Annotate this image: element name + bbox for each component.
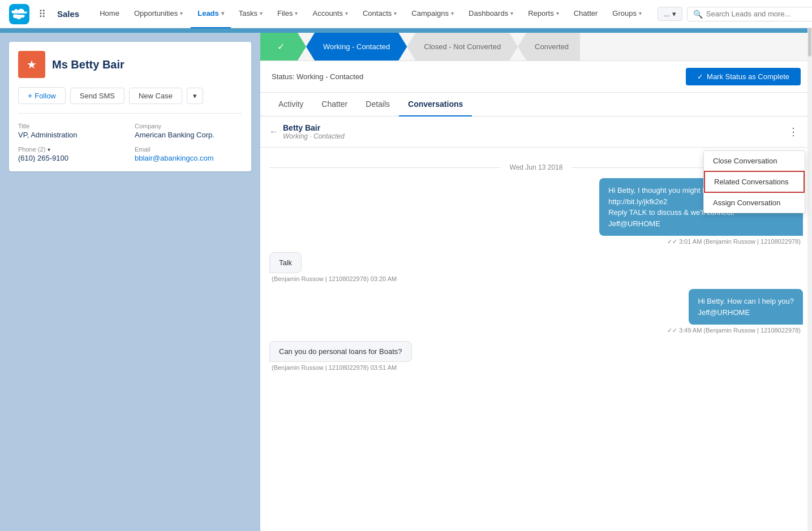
nav-item-files[interactable]: Files ▾: [270, 0, 304, 28]
phone-field: Phone (2) ▾ (610) 265-9100: [18, 146, 126, 162]
conversation-dropdown-menu: Close Conversation Related Conversations…: [703, 150, 805, 213]
status-step-converted[interactable]: Converted: [518, 33, 580, 61]
search-box: 🔍: [687, 7, 812, 21]
conv-contact-info: Betty Bair Working · Contacted: [283, 123, 345, 140]
message-inbound-1: Talk: [269, 252, 803, 273]
message-meta-2: (Benjamin Russow | 12108022978) 03:20 AM: [272, 275, 803, 282]
scrollbar[interactable]: [807, 33, 812, 531]
checkmarks-icon: ✓✓: [667, 238, 677, 245]
avatar: ★: [18, 51, 45, 78]
actions-dropdown-button[interactable]: ▾: [187, 88, 203, 104]
nav-items: Home Opportunities ▾ Leads ▾ Tasks ▾ Fil…: [93, 0, 648, 28]
tab-activity[interactable]: Activity: [269, 93, 312, 116]
nav-item-home[interactable]: Home: [93, 0, 126, 28]
contact-name: Ms Betty Bair: [52, 58, 124, 71]
mark-complete-label: Mark Status as Complete: [707, 72, 789, 81]
search-more-chevron-icon: ▾: [672, 10, 676, 18]
message-bubble-4: Can you do personal loans for Boats?: [269, 341, 412, 362]
checkmarks-icon-2: ✓✓: [667, 327, 677, 334]
nav-item-tasks[interactable]: Tasks ▾: [232, 0, 269, 28]
message-outbound-2: Hi Betty. How can I help you?Jeff@URHOME: [269, 289, 803, 325]
back-arrow-icon[interactable]: ←: [269, 127, 278, 137]
nav-item-leads[interactable]: Leads ▾: [191, 0, 231, 28]
nav-item-campaigns[interactable]: Campaigns ▾: [405, 0, 461, 28]
follow-button[interactable]: + Follow: [18, 87, 66, 104]
email-value[interactable]: bblair@abankingco.com: [135, 154, 242, 162]
message-bubble-2: Talk: [269, 252, 302, 273]
mark-complete-button[interactable]: ✓ Mark Status as Complete: [686, 68, 801, 85]
salesforce-logo[interactable]: [9, 4, 29, 24]
nav-item-accounts[interactable]: Accounts ▾: [306, 0, 354, 28]
status-text: Status: Working - Contacted: [272, 72, 363, 81]
phone-dropdown-icon[interactable]: ▾: [48, 146, 50, 153]
email-label: Email: [135, 146, 242, 153]
company-label: Company: [135, 123, 242, 129]
follow-label: Follow: [35, 92, 56, 100]
nav-item-contacts[interactable]: Contacts ▾: [356, 0, 403, 28]
contact-card: ★ Ms Betty Bair + Follow Send SMS New Ca…: [9, 42, 251, 171]
message-meta-3: ✓✓ 3:49 AM (Benjamin Russow | 1210802297…: [269, 327, 801, 334]
left-panel: ★ Ms Betty Bair + Follow Send SMS New Ca…: [0, 33, 260, 531]
related-conversations-item[interactable]: Related Conversations: [704, 171, 805, 193]
mark-complete-check-icon: ✓: [697, 72, 703, 81]
search-more-label: ...: [664, 10, 670, 18]
scrollbar-thumb[interactable]: [808, 33, 811, 57]
top-navigation: ⠿ Sales Home Opportunities ▾ Leads ▾ Tas…: [0, 0, 812, 28]
new-case-button[interactable]: New Case: [129, 88, 182, 104]
title-label: Title: [18, 123, 126, 129]
status-info-bar: Status: Working - Contacted ✓ Mark Statu…: [260, 61, 812, 93]
message-meta-4: (Benjamin Russow | 12108022978) 03:51 AM: [272, 364, 803, 371]
nav-item-reports[interactable]: Reports ▾: [521, 0, 566, 28]
message-meta-1: ✓✓ 3:01 AM (Benjamin Russow | 1210802297…: [269, 238, 801, 245]
status-bar: ✓ Working - Contacted Closed - Not Conve…: [260, 33, 812, 61]
conversation-options-button[interactable]: ⋮: [784, 123, 803, 140]
teal-banner: [0, 28, 812, 33]
title-value: VP, Administration: [18, 131, 126, 139]
status-step-completed[interactable]: ✓: [260, 33, 306, 61]
company-value: American Banking Corp.: [135, 131, 242, 139]
phone-value: (610) 265-9100: [18, 154, 126, 162]
status-closed-label: Closed - Not Converted: [424, 42, 501, 51]
status-working-label: Working - Contacted: [323, 42, 390, 51]
grid-icon[interactable]: ⠿: [38, 8, 46, 20]
status-converted-label: Converted: [535, 42, 569, 51]
status-step-closed[interactable]: Closed - Not Converted: [407, 33, 518, 61]
search-icon: 🔍: [693, 10, 703, 19]
nav-item-opportunities[interactable]: Opportunities ▾: [127, 0, 190, 28]
conv-header-left: ← Betty Bair Working · Contacted: [269, 123, 345, 140]
company-field: Company American Banking Corp.: [135, 123, 242, 139]
conversation-header: ← Betty Bair Working · Contacted ⋮: [260, 116, 812, 148]
message-bubble-3: Hi Betty. How can I help you?Jeff@URHOME: [689, 289, 803, 325]
search-container: ... ▾ 🔍: [658, 7, 812, 21]
contact-fields: Title VP, Administration Company America…: [18, 123, 242, 162]
search-more-button[interactable]: ... ▾: [658, 7, 682, 21]
conversation-panel: ← Betty Bair Working · Contacted ⋮ Close…: [260, 116, 812, 531]
tab-conversations[interactable]: Conversations: [399, 93, 472, 116]
nav-item-chatter[interactable]: Chatter: [567, 0, 605, 28]
phone-label: Phone (2) ▾: [18, 146, 126, 153]
send-sms-button[interactable]: Send SMS: [70, 88, 124, 104]
tab-chatter[interactable]: Chatter: [312, 93, 356, 116]
plus-icon: +: [28, 91, 32, 100]
nav-item-dashboards[interactable]: Dashboards ▾: [462, 0, 520, 28]
main-layout: ★ Ms Betty Bair + Follow Send SMS New Ca…: [0, 33, 812, 531]
conv-contact-status: Working · Contacted: [283, 132, 345, 140]
right-panel: ✓ Working - Contacted Closed - Not Conve…: [260, 33, 812, 531]
assign-conversation-item[interactable]: Assign Conversation: [704, 193, 805, 213]
close-conversation-item[interactable]: Close Conversation: [704, 151, 805, 171]
nav-item-groups[interactable]: Groups ▾: [605, 0, 648, 28]
status-step-working[interactable]: Working - Contacted: [306, 33, 407, 61]
title-field: Title VP, Administration: [18, 123, 126, 139]
app-name: Sales: [57, 9, 79, 19]
date-divider-text: Wed Jun 13 2018: [505, 163, 568, 171]
tabs-bar: Activity Chatter Details Conversations: [260, 93, 812, 116]
dropdown-arrow-icon: ▾: [193, 92, 197, 100]
contact-actions: + Follow Send SMS New Case ▾: [18, 87, 242, 114]
search-input[interactable]: [706, 10, 812, 18]
check-icon: ✓: [277, 41, 285, 52]
contact-header: ★ Ms Betty Bair: [18, 51, 242, 78]
message-inbound-2: Can you do personal loans for Boats?: [269, 341, 803, 362]
email-field: Email bblair@abankingco.com: [135, 146, 242, 162]
conv-contact-name: Betty Bair: [283, 123, 345, 132]
tab-details[interactable]: Details: [356, 93, 399, 116]
